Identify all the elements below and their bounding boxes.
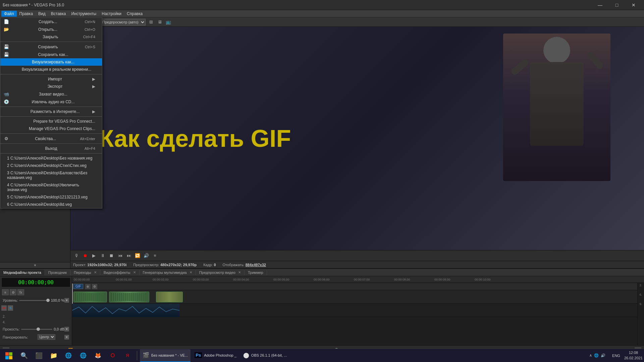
menu-item-open[interactable]: 📂 Открыть... Ctrl+O <box>0 25 102 33</box>
taskbar-edge[interactable]: 🌐 <box>62 349 75 362</box>
taskbar-photoshop-app[interactable]: Ps Adobe Photoshop _ <box>192 349 239 362</box>
menu-item-exit[interactable]: Выход Alt+F4 <box>0 145 102 152</box>
clip-2[interactable] <box>109 292 149 302</box>
stop-btn[interactable]: ⏹ <box>108 252 115 259</box>
menu-item-saveas[interactable]: 💾 Сохранить как... <box>0 51 102 58</box>
preview-icon2[interactable]: 📺 <box>165 19 172 25</box>
loop-btn[interactable]: 🔁 <box>134 252 141 259</box>
taskbar-chrome[interactable]: 🌐 <box>76 349 90 362</box>
tab-preview-video[interactable]: Предпросмотр видео ✕ <box>196 270 245 275</box>
menu-tools[interactable]: Инструменты <box>68 11 99 17</box>
preview-mode-select[interactable]: Предпросмотр (авто) <box>99 19 146 25</box>
tab-videofx[interactable]: Видеоэффекты ✕ <box>100 270 140 275</box>
menu-insert[interactable]: Вставка <box>48 11 69 17</box>
track-expand-btn[interactable]: ⊕ <box>85 284 91 289</box>
timeline-btn1[interactable]: ≡ <box>2 289 9 295</box>
tab-trimmer[interactable]: Триммер <box>245 270 267 275</box>
menu-item-recent1[interactable]: 1 C:\Users\Алексей\Desktop\Без названия.… <box>0 155 102 162</box>
taskbar-explorer[interactable]: 📁 <box>47 349 60 362</box>
track-settings-btn[interactable]: ⚙ <box>92 284 97 289</box>
menu-item-recent3[interactable]: 3 C:\Users\Алексей\Desktop\Баловство\Без… <box>0 169 102 181</box>
start-button[interactable] <box>1 349 16 362</box>
taskbar-obs-app[interactable]: ⬤ OBS 26.1.1 (64-bit, ... <box>240 349 289 362</box>
menu-item-manageclips[interactable]: Manage VEGAS Pro Connect Clips... <box>0 125 102 132</box>
taskbar-yandex[interactable]: Я <box>121 349 134 362</box>
level-slider-handle[interactable] <box>46 299 50 302</box>
taskview-icon[interactable]: ⬛ <box>32 349 46 362</box>
menu-item-capture[interactable]: 📹 Захват видео... <box>0 90 102 98</box>
tray-arrow[interactable]: ∧ <box>589 353 592 358</box>
frame-label: Кадр: 0 <box>203 263 216 267</box>
obs-icon: ⬤ <box>243 352 249 358</box>
menu-item-recent4[interactable]: 4 C:\Users\Алексей\Desktop\Увеличить зна… <box>0 181 102 193</box>
prost-handle[interactable] <box>37 327 40 331</box>
menu-item-realtime[interactable]: Визуализация в реальном времени... <box>0 66 102 73</box>
menu-edit[interactable]: Правка <box>17 11 36 17</box>
mic-icon[interactable]: 🎙 <box>73 252 80 259</box>
menu-item-recent6[interactable]: 6 C:\Users\Алексей\Desktop\8d.veg <box>0 201 102 208</box>
tab-generators[interactable]: Генераторы мультимедиа ✕ <box>140 270 196 275</box>
left-panel-scroll[interactable]: ▼ <box>0 262 70 268</box>
preview-area: ⚙ fx 📷 Предпросмотр (авто) ⊞ 🖥 📺 <box>70 17 644 268</box>
menu-item-extractcd[interactable]: 💿 Извлечь аудио из CD... <box>0 98 102 106</box>
play-btn[interactable]: ▶ <box>91 252 97 259</box>
file-dropdown-overlay: 📄 Создать... Ctrl+N 📂 Открыть... Ctrl+O … <box>0 17 102 208</box>
menu-item-upload[interactable]: Разместить в Интернете... ▶ <box>0 108 102 115</box>
search-icon-taskbar[interactable]: 🔍 <box>17 349 31 362</box>
vegas-icon: 🎬 <box>143 352 149 358</box>
grid-icon[interactable]: ⊞ <box>148 19 154 25</box>
tab-transitions[interactable]: Переходы ✕ <box>70 270 100 275</box>
menu-file[interactable]: Файл <box>1 11 17 17</box>
menu-item-save[interactable]: 💾 Сохранить Ctrl+S <box>0 43 102 51</box>
taskbar-clock[interactable]: 12:08 26.02.2021 <box>624 350 643 361</box>
prev-frame-btn[interactable]: ⏮ <box>117 252 123 259</box>
menu-item-new[interactable]: 📄 Создать... Ctrl+N <box>0 18 102 25</box>
menu-item-recent2[interactable]: 2 C:\Users\Алексей\Desktop\Стих\Стих.veg <box>0 162 102 169</box>
menu-item-properties[interactable]: ⚙ Свойства... Alt+Enter <box>0 135 102 142</box>
next-frame-btn[interactable]: ⏭ <box>125 252 132 259</box>
svg-rect-1 <box>9 352 12 356</box>
minimize-button[interactable]: — <box>592 0 608 10</box>
svg-rect-3 <box>9 356 12 359</box>
clip-3[interactable] <box>156 292 183 302</box>
menu-item-import[interactable]: Импорт ▶ <box>0 75 102 83</box>
panor-expand[interactable]: ▼ <box>64 335 69 340</box>
lang-indicator[interactable]: ENG <box>609 354 623 358</box>
network-icon[interactable]: 🌐 <box>594 353 599 358</box>
tab-media-files[interactable]: Медиафайлы проекта <box>0 270 45 275</box>
taskbar-vegas-app[interactable]: 🎬 Без названия * - VE... <box>140 349 191 362</box>
menu-help[interactable]: Справка <box>124 11 145 17</box>
pause-btn[interactable]: ⏸ <box>99 252 106 259</box>
prost-slider[interactable] <box>21 329 53 330</box>
level-expand-btn[interactable]: ▼ <box>64 298 69 303</box>
maximize-button[interactable]: □ <box>609 0 625 10</box>
divider-7 <box>0 153 102 154</box>
menu-item-close[interactable]: Закрыть Ctrl+F4 <box>0 33 102 41</box>
taskbar-opera[interactable]: O <box>106 349 119 362</box>
level-slider[interactable] <box>19 300 49 301</box>
mute-btn[interactable]: M <box>1 305 7 311</box>
more-icon[interactable]: ≡ <box>152 252 158 259</box>
menu-item-vegasconnect[interactable]: Prepare for VEGAS Pro Connect... <box>0 118 102 125</box>
prost-expand[interactable]: ▼ <box>64 327 69 331</box>
menu-item-recent5[interactable]: 5 C:\Users\Алексей\Desktop\121321213.veg <box>0 193 102 201</box>
menu-settings[interactable]: Настройки <box>99 11 124 17</box>
timeline-btn3[interactable]: fx <box>17 289 24 295</box>
panor-select[interactable]: Центр <box>38 334 55 340</box>
panor-label: Панорировать: <box>3 335 28 339</box>
taskbar-firefox[interactable]: 🦊 <box>91 349 105 362</box>
menu-item-render[interactable]: Визуализировать как... <box>0 58 102 66</box>
clip-1[interactable] <box>73 292 107 302</box>
video-controls: 🎙 ⏺ ▶ ⏸ ⏹ ⏮ ⏭ 🔁 🔊 ≡ <box>70 250 644 261</box>
volume-icon[interactable]: 🔊 <box>143 252 150 259</box>
menu-item-export[interactable]: Экспорт ▶ <box>0 83 102 90</box>
solo-btn[interactable]: S <box>8 305 13 311</box>
timeline-btn2[interactable]: ⚙ <box>10 289 16 295</box>
menu-view[interactable]: Вид <box>36 11 48 17</box>
record-btn[interactable]: ⏺ <box>82 252 89 259</box>
close-button[interactable]: ✕ <box>626 0 641 10</box>
preview-icon1[interactable]: 🖥 <box>156 19 163 25</box>
volume-tray-icon[interactable]: 🔊 <box>601 353 605 358</box>
app-wrapper: Без названия * - VEGAS Pro 16.0 — □ ✕ Фа… <box>0 0 644 362</box>
tab-explorer[interactable]: Проводник <box>45 270 70 275</box>
